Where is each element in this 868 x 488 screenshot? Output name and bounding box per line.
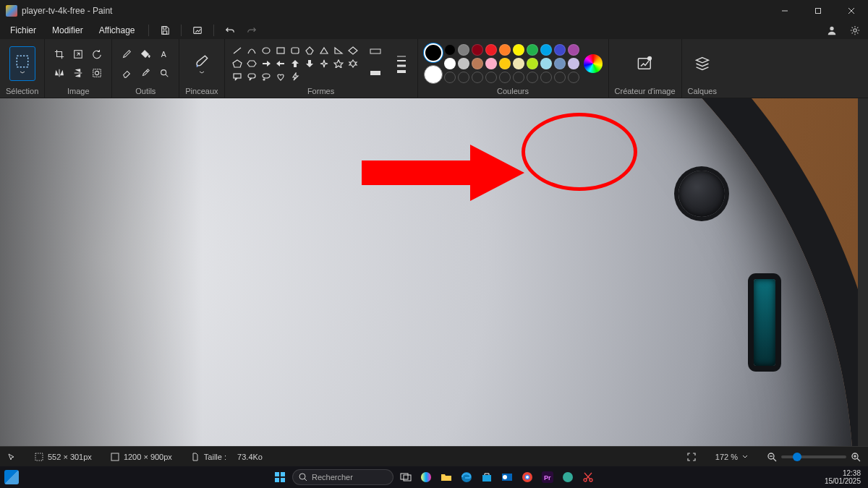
palette-swatch[interactable]	[527, 58, 538, 69]
palette-swatch[interactable]	[485, 44, 497, 56]
palette-swatch[interactable]	[499, 44, 511, 56]
shape-polygon[interactable]	[303, 45, 316, 56]
palette-swatch-empty[interactable]	[458, 72, 469, 83]
palette-swatch[interactable]	[458, 58, 469, 69]
pencil-tool[interactable]	[118, 46, 135, 63]
palette-swatch-empty[interactable]	[444, 72, 456, 83]
palette-swatch[interactable]	[554, 44, 566, 56]
task-view-button[interactable]	[398, 469, 414, 485]
shape-line[interactable]	[231, 45, 244, 56]
save-button[interactable]	[155, 22, 175, 38]
shape-pentagon[interactable]	[231, 58, 244, 69]
palette-swatch-empty[interactable]	[568, 72, 579, 83]
zoom-in-icon[interactable]	[851, 452, 861, 462]
palette-swatch[interactable]	[540, 58, 552, 69]
redo-button[interactable]	[242, 22, 262, 38]
fill-tool[interactable]	[137, 46, 154, 63]
undo-button[interactable]	[220, 22, 240, 38]
stroke-width-dropdown[interactable]	[391, 43, 412, 84]
zoom-slider[interactable]	[767, 452, 861, 462]
menu-view[interactable]: Affichage	[92, 23, 142, 38]
shape-arrow-left[interactable]	[274, 58, 287, 69]
import-button[interactable]	[187, 22, 208, 38]
outlook-icon[interactable]	[499, 469, 515, 485]
vertical-scrollbar[interactable]	[858, 98, 868, 446]
color-primary[interactable]	[424, 43, 443, 62]
widgets-button[interactable]	[4, 470, 19, 484]
shape-triangle[interactable]	[318, 45, 331, 56]
shape-lightning[interactable]	[289, 71, 302, 82]
shape-star4[interactable]	[318, 58, 331, 69]
shape-hexagon[interactable]	[245, 58, 258, 69]
window-maximize-button[interactable]	[801, 0, 835, 22]
canvas-viewport[interactable]	[0, 98, 868, 446]
palette-swatch[interactable]	[499, 58, 511, 69]
palette-swatch[interactable]	[485, 58, 497, 69]
palette-swatch[interactable]	[444, 58, 456, 69]
resize-tool[interactable]	[69, 46, 87, 63]
start-button[interactable]	[272, 469, 288, 485]
edge-icon[interactable]	[459, 469, 475, 485]
palette-swatch[interactable]	[527, 44, 538, 56]
menu-edit[interactable]: Modifier	[45, 23, 90, 38]
shape-callout-round[interactable]	[245, 71, 258, 82]
palette-swatch-empty[interactable]	[527, 72, 538, 83]
flip-v-tool[interactable]	[69, 64, 87, 82]
taskbar-search[interactable]: Rechercher	[292, 469, 393, 485]
shape-callout-rect[interactable]	[231, 71, 244, 82]
shape-oval[interactable]	[260, 45, 273, 56]
shape-rect[interactable]	[274, 45, 287, 56]
zoom-level[interactable]: 172 %	[715, 453, 748, 461]
palette-swatch[interactable]	[554, 58, 566, 69]
explorer-icon[interactable]	[438, 469, 454, 485]
shape-diamond[interactable]	[346, 45, 359, 56]
picker-tool[interactable]	[137, 64, 154, 82]
palette-swatch[interactable]	[472, 44, 483, 56]
palette-swatch-empty[interactable]	[540, 72, 552, 83]
window-minimize-button[interactable]	[768, 0, 801, 22]
shape-right-triangle[interactable]	[332, 45, 345, 56]
window-close-button[interactable]	[835, 0, 868, 22]
magnifier-tool[interactable]	[156, 64, 173, 82]
app-icon[interactable]	[560, 469, 576, 485]
palette-swatch-empty[interactable]	[472, 72, 483, 83]
color-secondary[interactable]	[424, 65, 443, 84]
selection-tool[interactable]	[9, 46, 35, 81]
palette-swatch[interactable]	[444, 44, 456, 56]
shape-callout-cloud[interactable]	[260, 71, 273, 82]
system-tray-clock[interactable]: 12:38 15/01/2025	[825, 469, 864, 485]
palette-swatch[interactable]	[513, 58, 524, 69]
shape-star6[interactable]	[346, 58, 359, 69]
edit-colors-button[interactable]	[584, 54, 603, 73]
shape-arrow-down[interactable]	[303, 58, 316, 69]
shape-arrow-up[interactable]	[289, 58, 302, 69]
flip-h-tool[interactable]	[51, 64, 68, 82]
menu-file[interactable]: Fichier	[3, 23, 43, 38]
palette-swatch[interactable]	[568, 44, 579, 56]
palette-swatch[interactable]	[513, 44, 524, 56]
chrome-icon[interactable]	[519, 469, 535, 485]
palette-swatch-empty[interactable]	[554, 72, 566, 83]
shape-outline-dropdown[interactable]	[365, 43, 386, 63]
palette-swatch-empty[interactable]	[513, 72, 524, 83]
store-icon[interactable]	[479, 469, 495, 485]
layers-button[interactable]	[689, 46, 715, 81]
settings-icon[interactable]	[845, 22, 865, 38]
canvas[interactable]	[0, 98, 868, 446]
fit-screen-button[interactable]	[686, 452, 697, 462]
zoom-out-icon[interactable]	[767, 452, 777, 462]
shape-roundrect[interactable]	[289, 45, 302, 56]
palette-swatch[interactable]	[568, 58, 579, 69]
shape-fill-dropdown[interactable]	[365, 64, 386, 85]
snipping-icon[interactable]	[580, 469, 596, 485]
palette-swatch-empty[interactable]	[499, 72, 511, 83]
shape-curve[interactable]	[245, 45, 258, 56]
rotate-tool[interactable]	[88, 46, 106, 63]
crop-tool[interactable]	[51, 46, 68, 63]
eraser-tool[interactable]	[118, 64, 135, 82]
palette-swatch[interactable]	[472, 58, 483, 69]
palette-swatch[interactable]	[540, 44, 552, 56]
shape-arrow-right[interactable]	[260, 58, 273, 69]
text-tool[interactable]: A	[156, 46, 173, 63]
palette-swatch-empty[interactable]	[485, 72, 497, 83]
